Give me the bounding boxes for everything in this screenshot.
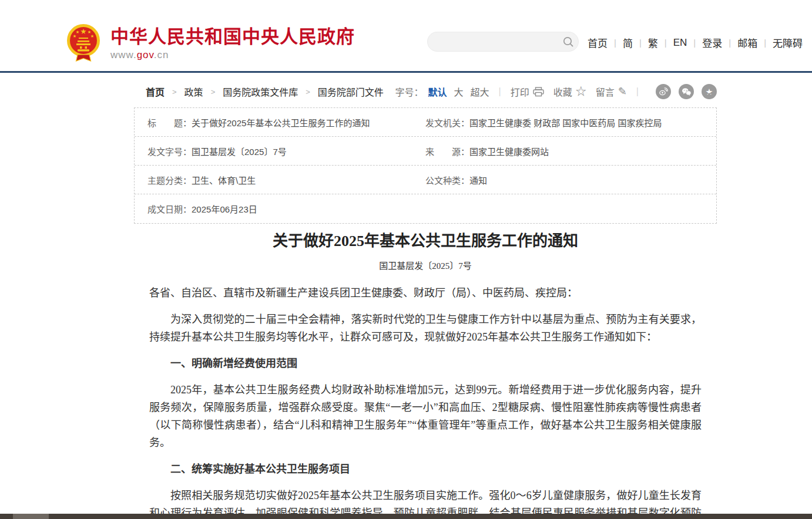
meta-category-label: 主题分类： xyxy=(147,174,192,186)
breadcrumb-policy-library[interactable]: 国务院政策文件库 xyxy=(223,85,298,99)
meta-source-cell: 来 源： 国家卫生健康委网站 xyxy=(425,145,716,157)
meta-row: 成文日期： 2025年06月23日 xyxy=(135,194,716,223)
meta-category-value: 卫生、体育\卫生 xyxy=(192,174,256,186)
wechat-icon xyxy=(682,87,692,96)
horizontal-scrollbar-thumb[interactable] xyxy=(13,514,49,519)
nav-home[interactable]: 首页 xyxy=(588,35,608,50)
article-section1-heading: 一、明确新增经费使用范围 xyxy=(149,355,702,372)
breadcrumb-home[interactable]: 首页 xyxy=(146,85,165,99)
comment-label: 留言 xyxy=(596,85,615,99)
breadcrumb-department-docs[interactable]: 国务院部门文件 xyxy=(318,85,384,99)
meta-doctype-label: 公文种类： xyxy=(425,174,469,186)
meta-source-label: 来 源： xyxy=(425,145,469,157)
meta-category-cell: 主题分类： 卫生、体育\卫生 xyxy=(135,174,425,186)
search-box xyxy=(427,32,579,52)
meta-date-label: 成文日期： xyxy=(147,203,192,215)
nav-mailbox[interactable]: 邮箱 xyxy=(737,35,757,50)
favorite-label: 收藏 xyxy=(553,85,572,99)
share-favorites-button[interactable]: ★ xyxy=(702,84,717,99)
meta-doctype-value: 通知 xyxy=(469,174,487,186)
meta-issuer-label: 发文机关： xyxy=(425,116,469,129)
meta-row: 发文字号： 国卫基层发〔2025〕7号 来 源： 国家卫生健康委网站 xyxy=(135,137,716,166)
nav-english[interactable]: EN xyxy=(673,37,687,49)
article-salutation: 各省、自治区、直辖市及新疆生产建设兵团卫生健康委、财政厅（局）、中医药局、疾控局… xyxy=(149,284,702,302)
article: 关于做好2025年基本公共卫生服务工作的通知 国卫基层发〔2025〕7号 各省、… xyxy=(134,230,717,519)
meta-row: 标 题： 关于做好2025年基本公共卫生服务工作的通知 发文机关： 国家卫生健康… xyxy=(135,108,716,137)
horizontal-scrollbar-track[interactable] xyxy=(0,514,812,519)
pencil-icon: ✎ xyxy=(618,86,627,97)
nav-separator: | xyxy=(608,38,623,48)
svg-text:★: ★ xyxy=(73,34,76,38)
printer-icon xyxy=(533,87,544,97)
search-icon xyxy=(562,36,574,48)
article-title: 关于做好2025年基本公共卫生服务工作的通知 xyxy=(134,231,717,251)
meta-docnumber-label: 发文字号： xyxy=(147,145,192,157)
share-star-icon: ★ xyxy=(704,87,714,96)
document-tools: 字号： 默认 大 超大 | 打印 收藏 ☆ 留言 ✎ | xyxy=(395,84,717,99)
site-url-gov: gov xyxy=(137,49,154,60)
search-input[interactable] xyxy=(428,33,558,50)
nav-separator: | xyxy=(722,38,737,48)
site-logo[interactable]: ★ ★ ★ ★ ★ 中华人民共和国中央人民政府 www.gov.cn xyxy=(65,23,355,63)
font-size-large[interactable]: 大 xyxy=(454,85,464,99)
article-section2-heading: 二、统筹实施好基本公共卫生服务项目 xyxy=(149,460,702,478)
meta-date-value: 2025年06月23日 xyxy=(192,203,257,215)
font-size-label: 字号： xyxy=(395,85,423,99)
article-doc-number: 国卫基层发〔2025〕7号 xyxy=(134,259,717,271)
nav-traditional[interactable]: 繁 xyxy=(648,35,658,50)
svg-text:★: ★ xyxy=(88,30,91,33)
site-title: 中华人民共和国中央人民政府 xyxy=(110,27,355,47)
gov-cn-page: ★ ★ ★ ★ ★ 中华人民共和国中央人民政府 www.gov.cn xyxy=(0,0,812,519)
share-wechat-button[interactable] xyxy=(679,84,694,99)
site-url-www: www. xyxy=(110,49,137,60)
article-intro-paragraph: 为深入贯彻党的二十届三中全会精神，落实新时代党的卫生与健康工作方针中以基层为重点… xyxy=(149,311,702,346)
site-url-cn: .cn xyxy=(154,49,169,60)
comment-button[interactable]: 留言 ✎ xyxy=(596,85,627,99)
svg-text:★: ★ xyxy=(76,30,79,33)
meta-title-cell: 标 题： 关于做好2025年基本公共卫生服务工作的通知 xyxy=(135,116,425,129)
top-nav: 首页| 简| 繁| EN| 登录| 邮箱| 无障碍 xyxy=(588,35,803,50)
meta-issuer-cell: 发文机关： 国家卫生健康委 财政部 国家中医药局 国家疾控局 xyxy=(425,116,716,129)
breadcrumb-separator: > xyxy=(165,87,184,96)
toolbar-divider: | xyxy=(489,86,511,97)
breadcrumb-policy[interactable]: 政策 xyxy=(184,85,203,99)
svg-text:★: ★ xyxy=(706,88,713,96)
nav-separator: | xyxy=(633,38,648,48)
toolbar-divider: | xyxy=(627,86,648,97)
nav-login[interactable]: 登录 xyxy=(702,35,722,50)
nav-accessibility[interactable]: 无障碍 xyxy=(773,35,803,50)
site-name-block: 中华人民共和国中央人民政府 www.gov.cn xyxy=(110,23,355,61)
weibo-icon xyxy=(659,87,668,96)
meta-docnumber-cell: 发文字号： 国卫基层发〔2025〕7号 xyxy=(135,145,425,157)
breadcrumb: 首页 > 政策 > 国务院政策文件库 > 国务院部门文件 xyxy=(134,85,384,99)
breadcrumb-separator: > xyxy=(203,87,223,96)
meta-docnumber-value: 国卫基层发〔2025〕7号 xyxy=(192,145,287,157)
article-section1-paragraph: 2025年，基本公共卫生服务经费人均财政补助标准增加5元，达到99元。新增经费用… xyxy=(149,381,702,451)
star-icon: ☆ xyxy=(576,86,586,97)
breadcrumb-separator: > xyxy=(298,87,318,96)
site-url: www.gov.cn xyxy=(110,49,355,61)
meta-doctype-cell: 公文种类： 通知 xyxy=(425,174,716,186)
font-size-xlarge[interactable]: 超大 xyxy=(471,85,489,99)
nav-simplified[interactable]: 简 xyxy=(623,35,633,50)
meta-title-label: 标 题： xyxy=(147,116,192,129)
meta-title-value: 关于做好2025年基本公共卫生服务工作的通知 xyxy=(192,116,370,129)
font-size-default[interactable]: 默认 xyxy=(428,85,447,99)
nav-separator: | xyxy=(757,38,773,48)
nav-separator: | xyxy=(687,38,702,48)
svg-text:★: ★ xyxy=(80,28,86,35)
meta-date-cell: 成文日期： 2025年06月23日 xyxy=(135,203,425,215)
nav-separator: | xyxy=(658,38,673,48)
favorite-button[interactable]: 收藏 ☆ xyxy=(553,85,586,99)
national-emblem-icon: ★ ★ ★ ★ ★ xyxy=(65,23,102,63)
print-button[interactable]: 打印 xyxy=(511,85,544,99)
document-meta-table: 标 题： 关于做好2025年基本公共卫生服务工作的通知 发文机关： 国家卫生健康… xyxy=(134,107,717,224)
meta-source-value: 国家卫生健康委网站 xyxy=(469,145,549,157)
svg-text:★: ★ xyxy=(90,34,94,38)
print-label: 打印 xyxy=(511,85,529,99)
meta-issuer-value: 国家卫生健康委 财政部 国家中医药局 国家疾控局 xyxy=(469,116,662,129)
site-header: ★ ★ ★ ★ ★ 中华人民共和国中央人民政府 www.gov.cn xyxy=(0,0,812,73)
meta-row: 主题分类： 卫生、体育\卫生 公文种类： 通知 xyxy=(135,166,716,194)
share-weibo-button[interactable] xyxy=(656,84,671,99)
search-button[interactable] xyxy=(558,32,578,52)
